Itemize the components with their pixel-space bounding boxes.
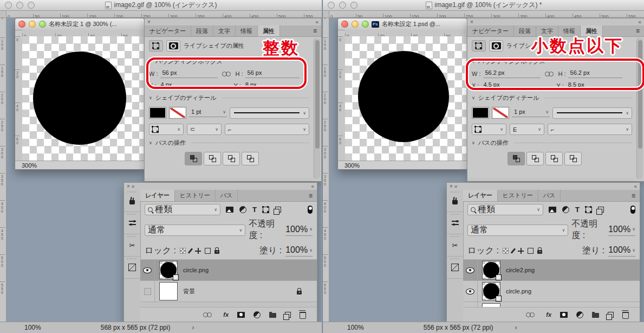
x-field[interactable]: 4.5 px — [481, 81, 538, 90]
collapse-icon[interactable]: « — [638, 19, 641, 25]
brush-presets-button[interactable] — [447, 190, 463, 212]
zoom-percent[interactable]: 100% — [24, 324, 41, 331]
mask-mode-button[interactable] — [489, 40, 503, 52]
exclude-shape-button[interactable] — [564, 152, 582, 165]
exclude-shape-button[interactable] — [242, 152, 259, 165]
intersect-shape-button[interactable] — [223, 152, 240, 165]
subtract-shape-button[interactable] — [526, 152, 544, 165]
filter-type-dropdown[interactable]: 種類∨ — [467, 204, 543, 215]
stroke-align-dropdown[interactable]: E∨ — [510, 124, 544, 135]
app-titlebar[interactable]: image2.gif @ 100% (インデックス) — [0, 0, 322, 11]
visibility-cell[interactable] — [463, 302, 478, 307]
zoom-percent[interactable]: 100% — [347, 324, 364, 331]
tab-info[interactable]: 情報 — [236, 25, 258, 36]
lock-pixels-icon[interactable] — [511, 248, 516, 253]
layer-row-circle[interactable]: circle.png — [463, 281, 640, 302]
tab-paths[interactable]: パス — [216, 190, 238, 201]
stroke-align-dropdown[interactable]: ⊂∨ — [187, 124, 222, 135]
intersect-shape-button[interactable] — [545, 152, 563, 165]
status-chevron-icon[interactable]: › — [515, 324, 517, 331]
shape-layer-filter-icon[interactable] — [263, 207, 269, 213]
collapse-icon[interactable]: « — [634, 183, 637, 189]
layer-name[interactable]: circle.png — [506, 288, 531, 294]
eye-icon[interactable] — [466, 289, 474, 294]
tab-character[interactable]: 文字 — [536, 25, 558, 36]
width-field[interactable]: 56 px — [160, 69, 218, 78]
tab-paragraph[interactable]: 段落 — [191, 25, 213, 36]
bounding-box-section[interactable]: ∨バウンディングボックス — [467, 55, 636, 67]
filter-type-dropdown[interactable]: 種類∨ — [145, 204, 220, 215]
type-layer-filter-icon[interactable]: T — [252, 206, 257, 213]
brush-settings-button[interactable] — [124, 212, 140, 234]
fill-field[interactable]: 100%∨ — [608, 245, 635, 257]
blend-mode-dropdown[interactable]: 通常∨ — [145, 225, 245, 236]
tab-paths[interactable]: パス — [538, 190, 561, 201]
lock-position-icon[interactable] — [518, 248, 524, 254]
layer-thumbnail[interactable] — [482, 261, 500, 279]
transform-mode-button[interactable] — [472, 40, 486, 52]
new-group-icon[interactable] — [592, 313, 599, 318]
document-window[interactable]: Ps 名称未設定 1.psd @... 0204060 0204060 300% — [337, 18, 467, 170]
close-icon[interactable]: × — [127, 183, 130, 189]
collapse-icon[interactable]: « — [311, 183, 314, 189]
y-field[interactable]: 8.5 px — [566, 81, 620, 90]
layer-row-background[interactable]: 背景 — [463, 302, 640, 307]
layer-name[interactable]: circle2.png — [506, 267, 535, 273]
filter-toggle[interactable] — [630, 206, 635, 214]
lock-all-icon[interactable] — [537, 250, 542, 254]
layer-name[interactable]: circle.png — [183, 267, 209, 273]
zoom-icon[interactable] — [39, 21, 46, 28]
lock-artboard-icon[interactable] — [205, 248, 211, 254]
panel-scrollbar[interactable] — [314, 38, 320, 179]
document-window-controls[interactable] — [341, 21, 369, 28]
eye-toggle-empty[interactable] — [144, 288, 151, 295]
collapse-icon[interactable]: « — [315, 19, 318, 25]
lock-transparency-icon[interactable] — [180, 248, 186, 254]
dash-options-dropdown[interactable]: ⌐∨ — [548, 124, 632, 135]
tab-navigator[interactable]: ナビゲーター — [145, 25, 191, 36]
document-titlebar[interactable]: Ps 名称未設定 1.psd @... — [338, 18, 467, 30]
close-icon[interactable]: × — [470, 19, 473, 25]
layer-thumbnail[interactable] — [482, 282, 500, 300]
panel-menu-icon[interactable]: ≡ — [309, 25, 321, 36]
layer-thumbnail[interactable] — [159, 261, 178, 279]
stroke-style-dropdown[interactable]: ∨ — [552, 107, 632, 119]
tab-character[interactable]: 文字 — [213, 25, 236, 36]
type-layer-filter-icon[interactable]: T — [575, 206, 580, 213]
smart-object-filter-icon[interactable] — [598, 207, 604, 213]
tab-layers[interactable]: レイヤー — [140, 190, 175, 201]
stroke-style-dropdown[interactable]: ∨ — [230, 107, 309, 119]
delete-layer-icon[interactable] — [622, 312, 629, 319]
new-layer-icon[interactable] — [608, 312, 614, 318]
pixel-layer-filter-icon[interactable] — [549, 207, 556, 213]
eye-icon[interactable] — [143, 267, 152, 273]
fill-color-swatch[interactable] — [472, 107, 489, 119]
panel-menu-icon[interactable]: ≡ — [632, 25, 644, 36]
minimize-icon[interactable] — [352, 21, 359, 28]
eye-icon[interactable] — [466, 267, 474, 273]
shape-layer-filter-icon[interactable] — [586, 207, 592, 213]
filter-toggle[interactable] — [308, 206, 313, 214]
mask-mode-button[interactable] — [166, 40, 180, 52]
document-zoom-level[interactable]: 300% — [344, 162, 360, 169]
visibility-cell[interactable] — [463, 260, 478, 280]
tab-paragraph[interactable]: 段落 — [514, 25, 536, 36]
layer-row-circle[interactable]: circle.png — [140, 260, 317, 281]
pixel-layer-filter-icon[interactable] — [226, 207, 233, 213]
adjustment-layer-icon[interactable] — [576, 311, 583, 318]
path-operations-section[interactable]: ∨パスの操作 — [145, 136, 314, 149]
height-field[interactable]: 56.2 px — [568, 69, 622, 78]
corner-type-dropdown[interactable]: ∨ — [149, 124, 184, 135]
adjustment-layer-filter-icon[interactable] — [562, 206, 569, 213]
subtract-shape-button[interactable] — [204, 152, 221, 165]
combine-shapes-button[interactable] — [185, 152, 202, 165]
layer-thumbnail[interactable] — [159, 282, 178, 300]
panel-menu-icon[interactable]: ≡ — [304, 190, 317, 201]
tab-properties[interactable]: 属性 — [258, 25, 280, 36]
fill-color-swatch[interactable] — [149, 107, 166, 119]
scrollbar-thumb[interactable] — [638, 40, 642, 149]
new-group-icon[interactable] — [269, 313, 276, 318]
tab-layers[interactable]: レイヤー — [463, 190, 498, 201]
tab-history[interactable]: ヒストリー — [175, 190, 216, 201]
visibility-cell[interactable] — [463, 281, 478, 302]
